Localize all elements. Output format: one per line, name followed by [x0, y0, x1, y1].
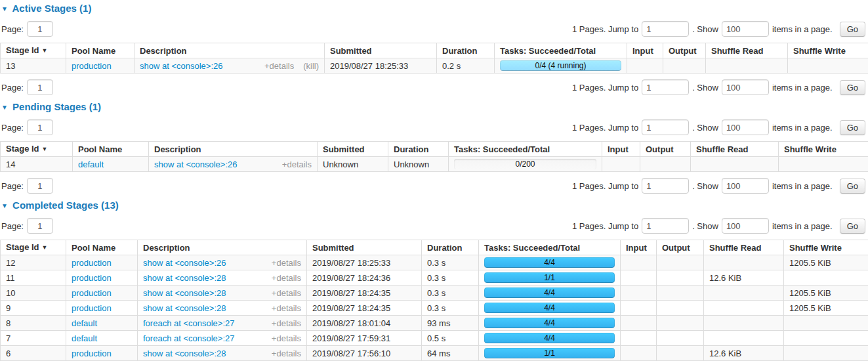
page-input[interactable] — [27, 21, 53, 37]
go-button[interactable]: Go — [840, 120, 865, 135]
show-items-input[interactable] — [722, 178, 769, 194]
column-header-input[interactable]: Input — [621, 240, 657, 255]
page-input[interactable] — [27, 218, 53, 234]
jump-to-input[interactable] — [642, 218, 689, 234]
show-items-input[interactable] — [722, 21, 769, 37]
stage-description-link[interactable]: show at <console>:28 — [143, 303, 226, 313]
kill-stage-link[interactable]: (kill) — [303, 61, 319, 71]
show-items-input[interactable] — [722, 119, 769, 135]
pool-name-link[interactable]: production — [72, 61, 112, 71]
submitted-cell: 2019/08/27 18:24:35 — [307, 286, 422, 301]
details-toggle-link[interactable]: +details — [272, 318, 301, 328]
input-cell — [621, 255, 657, 270]
stage-description-link[interactable]: foreach at <console>:27 — [143, 333, 235, 343]
column-header-shuffle-read[interactable]: Shuffle Read — [704, 240, 784, 255]
column-header-stage-id[interactable]: Stage Id▼ — [1, 142, 73, 157]
page-input[interactable] — [27, 119, 53, 135]
column-header-pool-name[interactable]: Pool Name — [73, 142, 149, 157]
jump-to-input[interactable] — [642, 79, 689, 95]
column-header-tasks-succeeded-total[interactable]: Tasks: Succeeded/Total — [495, 43, 627, 58]
pool-name-link[interactable]: production — [72, 258, 112, 268]
section-heading-pending[interactable]: ▼ Pending Stages (1) — [1, 101, 868, 114]
column-header-output[interactable]: Output — [640, 142, 691, 157]
go-button[interactable]: Go — [840, 80, 865, 95]
column-header-shuffle-write[interactable]: Shuffle Write — [779, 142, 868, 157]
column-header-tasks-succeeded-total[interactable]: Tasks: Succeeded/Total — [479, 240, 621, 255]
pool-name-link[interactable]: default — [72, 318, 97, 328]
jump-to-input[interactable] — [642, 178, 689, 194]
column-header-duration[interactable]: Duration — [388, 142, 449, 157]
details-toggle-link[interactable]: +details — [282, 159, 312, 169]
column-header-stage-id[interactable]: Stage Id▼ — [1, 240, 66, 255]
column-header-pool-name[interactable]: Pool Name — [66, 43, 134, 58]
show-items-input[interactable] — [722, 218, 769, 234]
column-header-stage-id[interactable]: Stage Id▼ — [1, 43, 66, 58]
column-header-output[interactable]: Output — [657, 240, 704, 255]
column-header-shuffle-read[interactable]: Shuffle Read — [706, 43, 788, 58]
column-header-pool-name[interactable]: Pool Name — [66, 240, 138, 255]
pool-name-link[interactable]: production — [72, 273, 112, 283]
pool-name-link[interactable]: default — [72, 333, 97, 343]
column-header-description[interactable]: Description — [138, 240, 307, 255]
jump-to-input[interactable] — [642, 21, 689, 37]
column-header-shuffle-write[interactable]: Shuffle Write — [788, 43, 868, 58]
section-heading-completed[interactable]: ▼ Completed Stages (13) — [1, 200, 868, 212]
column-header-label: Duration — [427, 243, 462, 253]
stage-description-link[interactable]: show at <console>:28 — [143, 273, 226, 283]
go-button[interactable]: Go — [840, 22, 865, 37]
column-header-input[interactable]: Input — [602, 142, 640, 157]
pool-name-cell: production — [66, 270, 138, 286]
items-per-page-label: items in a page. — [772, 123, 833, 133]
column-header-description[interactable]: Description — [134, 43, 325, 58]
column-header-submitted[interactable]: Submitted — [325, 43, 437, 58]
details-toggle-link[interactable]: +details — [272, 288, 301, 298]
column-header-duration[interactable]: Duration — [437, 43, 495, 58]
column-header-description[interactable]: Description — [149, 142, 318, 157]
pool-name-link[interactable]: default — [78, 159, 104, 169]
pool-name-link[interactable]: production — [72, 288, 112, 298]
details-toggle-link[interactable]: +details — [272, 303, 301, 313]
go-button[interactable]: Go — [840, 219, 865, 234]
column-header-label: Stage Id — [6, 45, 39, 55]
pool-name-link[interactable]: production — [72, 349, 112, 358]
details-toggle-link[interactable]: +details — [264, 61, 294, 71]
column-header-label: Description — [143, 243, 190, 253]
page-input[interactable] — [27, 178, 53, 194]
stage-description-link[interactable]: show at <console>:28 — [143, 288, 226, 298]
stage-description-link[interactable]: show at <console>:26 — [154, 159, 237, 169]
description-content: show at <console>:28+details — [143, 349, 301, 358]
details-toggle-link[interactable]: +details — [272, 273, 301, 283]
column-header-shuffle-write[interactable]: Shuffle Write — [784, 240, 868, 255]
column-header-shuffle-read[interactable]: Shuffle Read — [691, 142, 779, 157]
stage-description-link[interactable]: show at <console>:26 — [143, 258, 226, 268]
stage-description-link[interactable]: foreach at <console>:27 — [143, 318, 235, 328]
stage-description-link[interactable]: show at <console>:26 — [140, 61, 222, 71]
go-button[interactable]: Go — [840, 179, 865, 194]
details-toggle-link[interactable]: +details — [272, 349, 301, 358]
jump-controls: 1 Pages. Jump to. Showitems in a page.Go — [572, 218, 865, 234]
shuffle-read-cell — [704, 255, 784, 270]
items-per-page-label: items in a page. — [772, 24, 833, 34]
stage-description-link[interactable]: show at <console>:28 — [143, 349, 226, 358]
column-header-tasks-succeeded-total[interactable]: Tasks: Succeeded/Total — [449, 142, 602, 157]
section-title: Active Stages (1) — [12, 3, 92, 14]
show-label: . Show — [692, 123, 718, 133]
column-header-duration[interactable]: Duration — [422, 240, 479, 255]
section-heading-active[interactable]: ▼ Active Stages (1) — [1, 3, 868, 15]
output-cell — [657, 346, 704, 361]
show-items-input[interactable] — [722, 79, 769, 95]
details-toggle-link[interactable]: +details — [272, 258, 301, 268]
duration-cell: 0.3 s — [422, 270, 479, 286]
description-content: foreach at <console>:27+details — [143, 333, 301, 343]
details-toggle-link[interactable]: +details — [272, 333, 301, 343]
column-header-submitted[interactable]: Submitted — [318, 142, 388, 157]
column-header-input[interactable]: Input — [627, 43, 663, 58]
input-cell — [621, 301, 657, 316]
stage-row: 12productionshow at <console>:26+details… — [1, 255, 868, 270]
jump-to-input[interactable] — [642, 119, 689, 135]
column-header-submitted[interactable]: Submitted — [307, 240, 422, 255]
column-header-label: Shuffle Read — [696, 144, 748, 154]
page-input[interactable] — [27, 79, 53, 95]
pool-name-link[interactable]: production — [72, 303, 112, 313]
column-header-output[interactable]: Output — [663, 43, 706, 58]
